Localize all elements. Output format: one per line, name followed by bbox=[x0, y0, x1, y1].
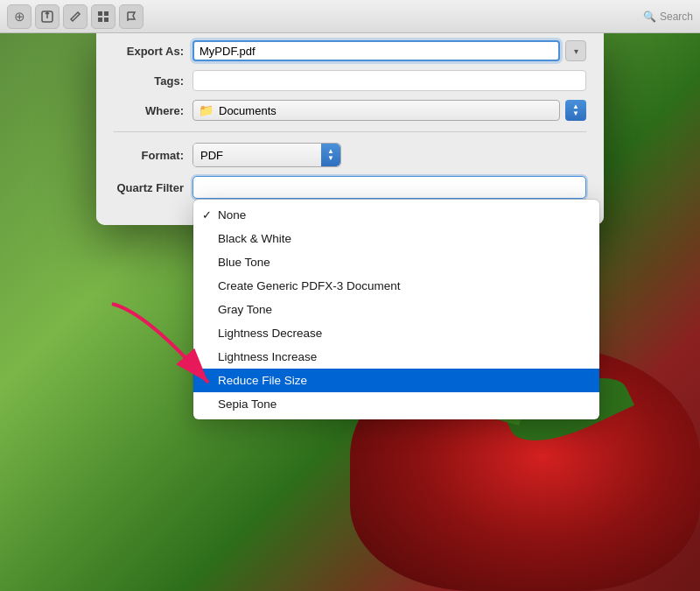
dropdown-item-black-white-label: Black & White bbox=[218, 232, 291, 245]
export-as-label: Export As: bbox=[114, 45, 192, 58]
quartz-label: Quartz Filter bbox=[114, 181, 192, 194]
format-value: PDF bbox=[193, 144, 321, 166]
tags-row: Tags: bbox=[114, 70, 586, 91]
quartz-dropdown: None Black & White Blue Tone Create Gene… bbox=[193, 200, 599, 419]
svg-rect-2 bbox=[104, 11, 108, 16]
search-label: Search bbox=[660, 11, 693, 23]
dropdown-item-gray-tone[interactable]: Gray Tone bbox=[193, 298, 599, 321]
dropdown-item-create-generic[interactable]: Create Generic PDFX-3 Document bbox=[193, 274, 599, 298]
tags-label: Tags: bbox=[114, 74, 192, 88]
svg-rect-1 bbox=[98, 11, 102, 16]
where-label: Where: bbox=[114, 104, 192, 117]
dialog-overlay: Export As: ▾ Tags: Where: 📁 Documents ▲ … bbox=[0, 0, 700, 591]
dropdown-item-blue-tone-label: Blue Tone bbox=[218, 256, 270, 269]
svg-rect-3 bbox=[98, 18, 102, 22]
tags-input[interactable] bbox=[192, 70, 586, 91]
quartz-select[interactable]: None Black & White Blue Tone Create Gene… bbox=[192, 176, 586, 199]
dropdown-item-lightness-decrease-label: Lightness Decrease bbox=[218, 327, 322, 340]
dropdown-item-gray-tone-label: Gray Tone bbox=[218, 303, 272, 316]
dropdown-item-lightness-increase-label: Lightness Increase bbox=[218, 350, 317, 363]
format-select[interactable]: PDF ▲ ▼ bbox=[192, 143, 341, 167]
dropdown-item-sepia-tone[interactable]: Sepia Tone bbox=[193, 392, 599, 416]
flag-button[interactable] bbox=[119, 4, 144, 29]
format-row: Format: PDF ▲ ▼ bbox=[114, 143, 586, 167]
search-area: 🔍 Search bbox=[643, 11, 693, 23]
dropdown-item-reduce-file-size[interactable]: Reduce File Size bbox=[193, 369, 599, 392]
where-value: Documents bbox=[219, 104, 276, 117]
where-row: Where: 📁 Documents ▲ ▼ bbox=[114, 100, 586, 121]
format-stepper[interactable]: ▲ ▼ bbox=[321, 144, 340, 166]
where-select[interactable]: 📁 Documents bbox=[192, 100, 560, 121]
svg-rect-4 bbox=[104, 18, 108, 22]
dropdown-item-lightness-increase[interactable]: Lightness Increase bbox=[193, 345, 599, 369]
down-arrow-icon: ▼ bbox=[572, 110, 579, 117]
search-icon: 🔍 bbox=[643, 11, 656, 23]
dropdown-item-create-generic-label: Create Generic PDFX-3 Document bbox=[218, 279, 401, 292]
toolbar: ⊕ 🔍 Search bbox=[0, 0, 700, 33]
divider bbox=[114, 131, 586, 132]
grid-button[interactable] bbox=[91, 4, 116, 29]
expand-arrow-button[interactable]: ▾ bbox=[565, 40, 586, 61]
format-label: Format: bbox=[114, 149, 192, 162]
dropdown-item-black-white[interactable]: Black & White bbox=[193, 227, 599, 250]
dropdown-item-none-label: None bbox=[218, 208, 246, 222]
dropdown-item-lightness-decrease[interactable]: Lightness Decrease bbox=[193, 321, 599, 345]
format-down-icon: ▼ bbox=[327, 155, 334, 162]
export-as-input[interactable] bbox=[192, 40, 560, 61]
where-stepper[interactable]: ▲ ▼ bbox=[565, 100, 586, 121]
folder-icon: 📁 bbox=[199, 103, 214, 117]
dialog-content: Export As: ▾ Tags: Where: 📁 Documents ▲ … bbox=[96, 26, 604, 225]
export-as-row: Export As: ▾ bbox=[114, 40, 586, 61]
quartz-row: Quartz Filter None Black & White Blue To… bbox=[114, 176, 586, 199]
share-button[interactable] bbox=[35, 4, 60, 29]
dropdown-item-sepia-tone-label: Sepia Tone bbox=[218, 398, 276, 411]
dropdown-item-reduce-file-size-label: Reduce File Size bbox=[218, 374, 307, 387]
dropdown-item-blue-tone[interactable]: Blue Tone bbox=[193, 250, 599, 274]
zoom-button[interactable]: ⊕ bbox=[7, 4, 32, 29]
edit-button[interactable] bbox=[63, 4, 88, 29]
dropdown-item-none[interactable]: None bbox=[193, 203, 599, 227]
save-dialog: Export As: ▾ Tags: Where: 📁 Documents ▲ … bbox=[96, 26, 604, 225]
